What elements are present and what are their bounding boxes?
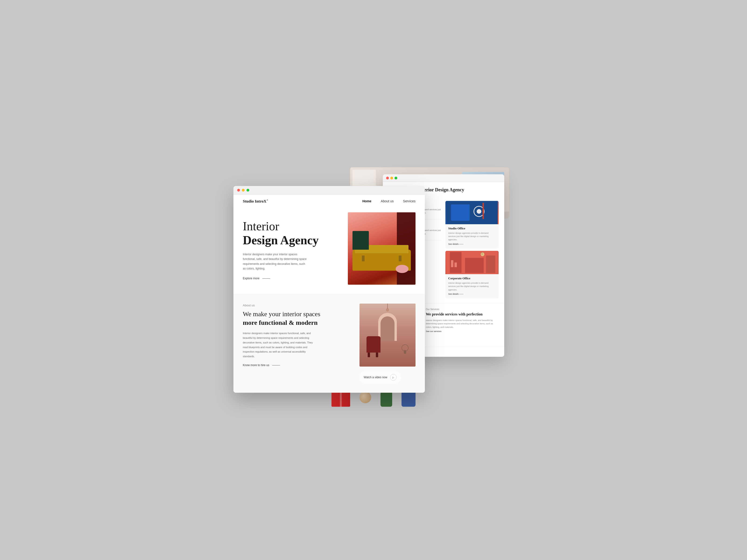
about-label: About us [243, 303, 353, 307]
hero-section: Interior Design Agency Interior designer… [233, 208, 425, 294]
svg-rect-7 [451, 260, 453, 267]
explore-more-cta[interactable]: Explore more [243, 277, 341, 280]
maximize-dot[interactable] [247, 189, 249, 192]
watch-video-button[interactable]: Watch a video now ▷ [360, 371, 401, 383]
hero-title: Interior Design Agency [243, 219, 341, 247]
main-browser-window: Studio IntroX✦ Home About us Services In… [233, 186, 425, 393]
minimize-dot[interactable] [242, 189, 244, 192]
nav-about[interactable]: About us [381, 199, 393, 203]
see-our-services-cta[interactable]: See our services [426, 330, 499, 332]
site-logo: Studio IntroX✦ [243, 199, 362, 204]
our-services-label: Our Services [426, 308, 499, 311]
our-services-title: We provide services with perfection [426, 312, 499, 317]
hero-image [348, 212, 415, 285]
service-card-corporate: Corporate Office Interior design agencie… [445, 251, 499, 298]
svg-point-3 [477, 209, 481, 214]
service-card-studio: Studio Office Interior design agencies p… [445, 201, 499, 248]
play-icon: ▷ [390, 374, 396, 380]
service-card-grid: Studio Office Interior design agencies p… [445, 201, 499, 298]
know-more-cta[interactable]: Know more to hire us [243, 364, 353, 367]
service-card-blue-image [445, 201, 499, 224]
svg-rect-9 [465, 258, 484, 273]
close-dot[interactable] [237, 189, 240, 192]
about-section: About us We make your interior spaces mo… [233, 294, 425, 393]
our-services-desc: Interior designers make interior spaces … [426, 319, 499, 329]
our-services-right: Our Services We provide services with pe… [426, 308, 499, 342]
about-description: Interior designers make interior spaces … [243, 331, 317, 359]
service-card-pink-image [445, 251, 499, 274]
hanging-light-decor [360, 392, 371, 403]
second-close-dot[interactable] [386, 177, 389, 180]
see-details-corporate[interactable]: See details —— [448, 293, 496, 295]
svg-rect-12 [482, 252, 482, 255]
svg-rect-10 [486, 256, 495, 273]
second-maximize-dot[interactable] [394, 177, 397, 180]
nav-services[interactable]: Services [403, 199, 415, 203]
about-image [360, 303, 415, 367]
hero-description: Interior designers make your interior sp… [243, 252, 308, 271]
nav-home[interactable]: Home [362, 199, 371, 203]
about-title: We make your interior spaces more functi… [243, 310, 353, 327]
window-titlebar [233, 186, 425, 195]
second-minimize-dot[interactable] [390, 177, 393, 180]
svg-point-11 [481, 252, 484, 256]
hero-left: Interior Design Agency Interior designer… [243, 212, 341, 285]
see-details-studio[interactable]: See details —— [448, 243, 496, 245]
svg-rect-4 [483, 203, 484, 219]
second-window-titlebar [383, 174, 504, 182]
nav-links: Home About us Services [362, 199, 415, 203]
about-left: About us We make your interior spaces mo… [243, 303, 353, 383]
svg-rect-1 [451, 205, 470, 221]
svg-rect-8 [455, 263, 457, 267]
main-nav: Studio IntroX✦ Home About us Services [233, 195, 425, 208]
